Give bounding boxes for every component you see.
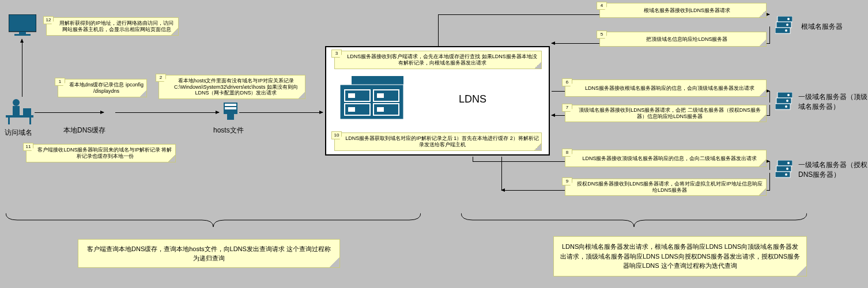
svg-rect-8 [23,108,31,115]
summary-left: 客户端查询本地DNS缓存，查询本地hosts文件，向LDNS发出查询请求 这个查… [78,239,340,268]
ldns-server-icon [340,76,403,122]
svg-rect-5 [6,115,33,118]
svg-rect-12 [227,114,234,120]
note-12: 用解析获得到的IP地址，进行网络路由访问，访问网站服务器主机后，会显示出相应网站… [46,17,179,36]
svg-rect-2 [14,34,31,36]
svg-rect-1 [19,32,26,34]
hosts-label: hosts文件 [213,126,244,135]
v-5 [769,26,770,44]
note-4: 根域名服务器接收到LDNS服务器请求 [599,3,767,18]
note-7: 顶级域名服务器接收到LDNS服务器请求，会把 二级域名服务器（授权DNS服务器）… [565,105,767,122]
svg-point-28 [785,29,787,32]
svg-point-34 [785,105,787,108]
auth-server-icon [775,160,792,181]
svg-rect-11 [225,107,236,109]
svg-rect-19 [348,93,355,98]
summary-right: LDNS向根域名服务器发出请求，根域名服务器响应LDNS LDNS向顶级域名服务… [553,236,807,276]
note-1: 看本地dns缓存记录信息 ipconfig /displaydns [58,79,147,97]
note-9: 授权DNS服务器接收到LDNS服务器请求，会将对应虚拟主机对应IP地址信息响应给… [565,179,767,196]
note-8: LDNS服务器接收顶级域名服务器响应的信息，会向二级域名服务器发出请求 [565,150,767,167]
svg-rect-20 [377,93,384,98]
svg-rect-30 [776,98,791,104]
v-6 [769,91,770,103]
svg-point-33 [786,100,788,102]
v-9a [501,157,502,191]
ldns-label: LDNS [459,93,486,105]
arrow-2 [115,112,219,113]
arrow-3 [239,112,323,113]
root-label: 根域名服务器 [801,22,865,32]
arrow-1 [35,112,104,113]
svg-rect-23 [778,16,792,22]
note-6: LDNS服务器接收根域名服务器响应的信息，会向顶级域名服务器发出请求 [565,79,767,97]
svg-point-38 [787,162,790,164]
auth-label: 一级域名服务器（授权DNS服务器） [798,160,867,180]
note-11: 客户端接收LDNS服务器响应回来的域名与IP解析记录 将解析记录也缓存到本地一份 [26,144,176,162]
svg-rect-25 [775,28,790,33]
root-server-icon [775,16,792,37]
svg-rect-29 [778,92,792,98]
note-2: 看本地hosts文件里面有没有域名与IP对应关系记录 C:\Windows\Sy… [158,75,305,99]
svg-point-39 [786,168,788,170]
client-label: 访问域名 [5,128,32,138]
svg-rect-7 [29,118,31,124]
brace-left [6,213,421,230]
svg-rect-24 [776,22,791,28]
svg-rect-37 [775,172,790,177]
svg-point-27 [786,24,788,26]
svg-rect-35 [778,160,792,166]
svg-rect-22 [377,107,384,112]
hosts-icon [224,103,237,121]
svg-point-32 [787,94,790,96]
note-3: LDNS服务器接收到客户端请求，会先在本地缓存进行查找 如果LDNS服务器本地没… [334,51,542,69]
note-5: 把顶级域名信息响应给LDNS服务器 [599,32,767,47]
v-7 [769,105,770,116]
svg-rect-36 [776,166,791,172]
arrow-client-browser [22,39,22,97]
svg-rect-0 [9,14,36,32]
svg-rect-21 [348,107,355,112]
svg-point-26 [787,18,790,20]
v-8b [769,161,770,170]
monitor-icon [9,14,36,36]
tld-label: 一级域名服务器（顶级域名服务器） [798,92,867,112]
brace-right [461,213,807,230]
tld-server-icon [775,92,792,113]
svg-rect-4 [13,106,20,115]
user-icon [6,98,33,126]
v-8a [473,157,473,162]
v-top [438,14,439,46]
svg-point-40 [785,173,787,176]
svg-rect-6 [8,118,10,124]
v-9b [769,173,770,191]
note-10: LDNS服务器获取到域名对应的IP解析记录之后 1）首先在本地进行缓存 2）将解… [334,132,542,151]
localdns-label: 本地DNS缓存 [63,126,105,135]
svg-rect-10 [225,104,236,106]
svg-point-3 [13,99,20,106]
svg-rect-31 [775,104,790,109]
